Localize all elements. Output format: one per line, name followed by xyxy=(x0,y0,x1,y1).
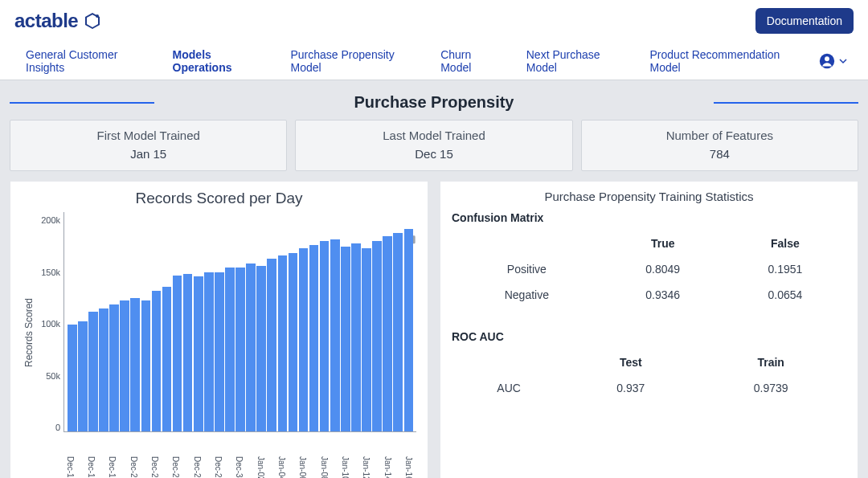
x-tick: Dec-31 xyxy=(235,456,244,478)
stat-label: Last Model Trained xyxy=(302,129,565,142)
table-header xyxy=(452,349,566,375)
bar[interactable] xyxy=(99,308,108,431)
bar[interactable] xyxy=(330,239,340,431)
x-tick: Dec-23 xyxy=(149,456,159,478)
cell: 0.937 xyxy=(566,375,695,401)
bar[interactable] xyxy=(152,291,162,431)
table-header: True xyxy=(602,231,724,256)
bar[interactable] xyxy=(267,259,276,431)
chevron-down-icon xyxy=(839,57,847,65)
stat-row: First Model TrainedJan 15Last Model Trai… xyxy=(10,120,858,171)
y-tick: 0 xyxy=(36,423,60,432)
svg-point-2 xyxy=(825,56,829,61)
row-label: AUC xyxy=(452,375,566,401)
x-tick xyxy=(203,456,212,478)
panels: Records Scored per Day Records Scored 20… xyxy=(10,181,858,478)
bar[interactable] xyxy=(109,304,119,431)
bar[interactable] xyxy=(78,321,88,431)
bar[interactable] xyxy=(404,229,414,431)
bar[interactable] xyxy=(215,272,224,431)
cell: 0.9739 xyxy=(695,375,846,401)
cell: 0.9346 xyxy=(602,282,724,308)
cell: 0.8049 xyxy=(602,256,724,282)
y-tick: 200k xyxy=(36,215,60,225)
nav-item-purchase-propensity-model[interactable]: Purchase Propensity Model xyxy=(276,42,427,80)
table-header: Train xyxy=(695,349,846,375)
bar[interactable] xyxy=(225,268,235,431)
bar[interactable] xyxy=(383,236,392,431)
bar[interactable] xyxy=(88,312,98,431)
y-tick: 50k xyxy=(36,371,60,381)
x-tick: Dec-27 xyxy=(192,456,202,478)
x-tick: Dec-21 xyxy=(129,456,138,478)
nav-item-product-recommendation-model[interactable]: Product Recommendation Model xyxy=(636,42,809,80)
y-axis: 200k150k100k50k0 xyxy=(35,212,63,453)
roc-auc-table: TestTrain AUC0.9370.9739 xyxy=(452,349,846,401)
chart-title: Records Scored per Day xyxy=(22,190,416,207)
stat-card: Number of Features784 xyxy=(581,120,858,171)
stat-value: 784 xyxy=(588,147,851,161)
y-tick: 150k xyxy=(36,268,60,277)
bar[interactable] xyxy=(173,276,182,431)
x-tick xyxy=(245,456,255,478)
documentation-button[interactable]: Documentation xyxy=(755,8,854,34)
nav-item-models-operations[interactable]: Models Operations xyxy=(158,42,276,80)
bar[interactable] xyxy=(120,300,129,431)
bar[interactable] xyxy=(194,276,203,431)
bar[interactable] xyxy=(341,247,350,431)
account-menu[interactable] xyxy=(809,52,857,70)
confusion-matrix-heading: Confusion Matrix xyxy=(452,211,846,224)
confusion-matrix-table: TrueFalse Positive0.80490.1951Negative0.… xyxy=(452,231,846,308)
page-content: Purchase Propensity First Model TrainedJ… xyxy=(0,80,868,478)
brand-logo[interactable]: actable xyxy=(14,10,102,32)
stats-title: Purchase Propensity Training Statistics xyxy=(452,190,846,203)
x-tick: Jan-14 xyxy=(383,456,392,478)
table-row: AUC0.9370.9739 xyxy=(452,375,846,401)
stat-card: Last Model TrainedDec 15 xyxy=(295,120,572,171)
bar[interactable] xyxy=(299,248,309,431)
section-header: Purchase Propensity xyxy=(10,93,858,112)
x-tick: Jan-10 xyxy=(340,456,350,478)
table-header: False xyxy=(724,231,846,256)
x-tick: Jan-12 xyxy=(362,456,371,478)
bar[interactable] xyxy=(362,248,371,431)
roc-auc-heading: ROC AUC xyxy=(452,330,846,343)
nav-item-churn-model[interactable]: Churn Model xyxy=(426,42,512,80)
stats-panel: Purchase Propensity Training Statistics … xyxy=(440,181,858,478)
x-tick xyxy=(224,456,234,478)
table-row: Positive0.80490.1951 xyxy=(452,256,846,282)
cell: 0.0654 xyxy=(724,282,846,308)
stat-value: Dec 15 xyxy=(302,147,565,161)
bar[interactable] xyxy=(289,253,298,431)
x-tick xyxy=(372,456,382,478)
x-axis: Dec-15Dec-17Dec-19Dec-21Dec-23Dec-25Dec-… xyxy=(22,453,416,478)
bar[interactable] xyxy=(278,255,288,431)
bar[interactable] xyxy=(372,241,382,431)
bar[interactable] xyxy=(141,300,151,431)
x-tick: Jan-02 xyxy=(256,456,265,478)
bar[interactable] xyxy=(68,325,77,431)
x-tick xyxy=(139,456,149,478)
table-header: Test xyxy=(566,349,695,375)
x-tick xyxy=(351,456,361,478)
bar[interactable] xyxy=(393,233,403,431)
bar[interactable] xyxy=(235,268,245,431)
main-nav: General Customer InsightsModels Operatio… xyxy=(0,42,868,80)
nav-item-general-customer-insights[interactable]: General Customer Insights xyxy=(11,42,158,80)
nav-item-next-purchase-model[interactable]: Next Purchase Model xyxy=(512,42,636,80)
bar[interactable] xyxy=(130,298,140,431)
bar[interactable] xyxy=(162,287,172,431)
bar[interactable] xyxy=(256,266,266,431)
bar[interactable] xyxy=(246,264,256,431)
rule-left xyxy=(10,102,154,104)
bar[interactable] xyxy=(204,272,214,431)
bar[interactable] xyxy=(351,243,361,431)
x-tick xyxy=(118,456,128,478)
rule-right xyxy=(714,102,858,104)
bar[interactable] xyxy=(320,241,330,431)
x-tick xyxy=(97,456,107,478)
x-tick xyxy=(309,456,318,478)
bar[interactable] xyxy=(309,245,319,431)
table-row: Negative0.93460.0654 xyxy=(452,282,846,308)
bar[interactable] xyxy=(183,274,193,431)
